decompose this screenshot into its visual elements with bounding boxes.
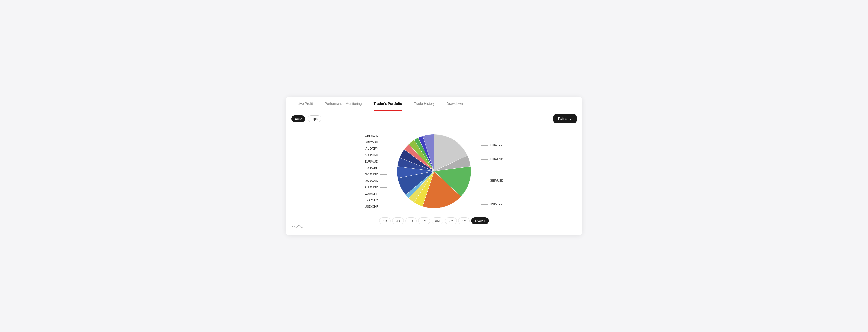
tab-trade-history[interactable]: Trade History (408, 96, 441, 111)
controls-row: USD Pips Pairs ⌄ (285, 111, 583, 127)
tab-performance-monitoring[interactable]: Performance Monitoring (319, 96, 367, 111)
list-item: EUR/JPY (481, 142, 502, 149)
list-item: AUD/USD (365, 184, 387, 191)
time-btn-overall[interactable]: Overall (471, 217, 489, 224)
list-item: USD/JPY (481, 201, 502, 208)
pips-button[interactable]: Pips (308, 115, 321, 122)
tab-live-profit[interactable]: Live Profit (291, 96, 319, 111)
connector-line (379, 181, 387, 181)
connector-line (379, 200, 387, 200)
time-btn-6m[interactable]: 6M (445, 217, 457, 224)
connector-line (379, 168, 387, 168)
list-item: GBP/JPY (366, 197, 387, 203)
wave-icon (291, 224, 304, 231)
list-item: AUD/CAD (365, 152, 387, 158)
list-item: GBP/NZD (365, 133, 387, 139)
list-item: GBP/AUD (365, 139, 387, 145)
main-content: GBP/NZD GBP/AUD AUD/JPY AUD/CAD EUR/AUD (285, 127, 583, 229)
connector-line (481, 204, 489, 205)
connector-line (379, 206, 387, 207)
chevron-down-icon: ⌄ (569, 117, 571, 120)
connector-line (379, 162, 387, 162)
list-item: EUR/AUD (365, 158, 387, 165)
connector-line (379, 136, 387, 136)
list-item: USD/CAD (365, 178, 387, 184)
labels-right: EUR/JPY EUR/USD GBP/USD USD/JPY (481, 135, 503, 208)
list-item: NZD/USD (365, 171, 387, 178)
list-item: USD/CHF (365, 203, 387, 210)
time-btn-1y[interactable]: 1Y (458, 217, 470, 224)
list-item: EUR/USD (481, 156, 503, 163)
connector-line (379, 187, 387, 188)
time-btn-1d[interactable]: 1D (379, 217, 391, 224)
connector-line (379, 174, 387, 175)
pairs-dropdown[interactable]: Pairs ⌄ (553, 114, 577, 123)
connector-line (481, 159, 489, 160)
time-btn-1m[interactable]: 1M (418, 217, 430, 224)
labels-left: GBP/NZD GBP/AUD AUD/JPY AUD/CAD EUR/AUD (365, 133, 387, 210)
time-btn-3d[interactable]: 3D (392, 217, 404, 224)
tabs-container: Live Profit Performance Monitoring Trade… (285, 96, 583, 111)
pie-svg (392, 129, 476, 213)
tab-drawdown[interactable]: Drawdown (441, 96, 469, 111)
wave-svg (291, 224, 304, 230)
chart-area: GBP/NZD GBP/AUD AUD/JPY AUD/CAD EUR/AUD (296, 129, 572, 213)
connector-line (481, 181, 489, 181)
usd-button[interactable]: USD (291, 115, 305, 122)
main-card: Live Profit Performance Monitoring Trade… (285, 96, 583, 236)
list-item: AUD/JPY (366, 145, 387, 152)
controls-left: USD Pips (291, 115, 321, 122)
time-btn-3m[interactable]: 3M (432, 217, 443, 224)
tab-traders-portfolio[interactable]: Trader's Portfolio (368, 96, 408, 111)
connector-line (379, 194, 387, 194)
pie-chart (392, 129, 476, 213)
time-btn-7d[interactable]: 7D (405, 217, 417, 224)
list-item: EUR/GBP (365, 165, 387, 171)
pairs-label: Pairs (558, 117, 567, 121)
connector-line (481, 145, 489, 146)
list-item: GBP/USD (481, 177, 503, 184)
list-item: EUR/CHF (365, 191, 387, 197)
time-buttons: 1D 3D 7D 1M 3M 6M 1Y Overall (379, 217, 489, 224)
